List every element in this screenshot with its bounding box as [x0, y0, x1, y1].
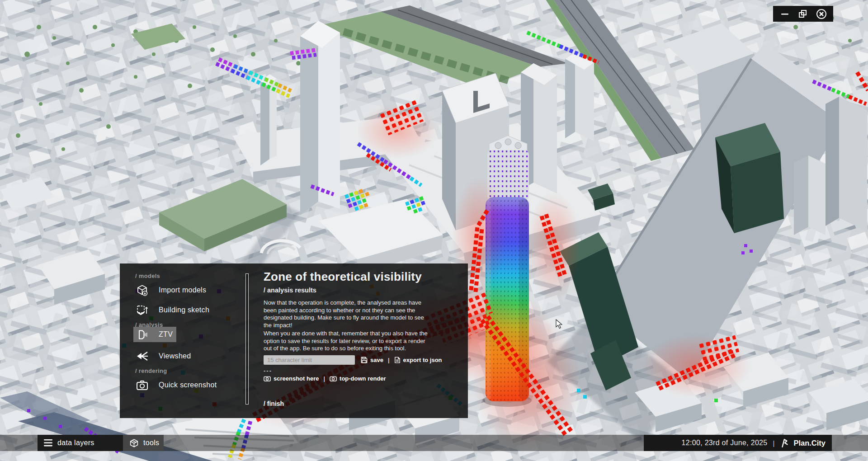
save-icon: [361, 357, 368, 363]
menu-item-building-sketch[interactable]: Building sketch: [135, 302, 209, 318]
separator: |: [773, 439, 774, 447]
menu-item-label: ZTV: [159, 330, 173, 339]
window-controls: [773, 6, 833, 22]
brand: Plan.City: [780, 438, 826, 448]
menu-item-quick-screenshot[interactable]: Quick screenshot: [135, 377, 217, 393]
viewshed-icon: [135, 350, 149, 362]
menu-item-label: Building sketch: [159, 306, 209, 314]
camera-icon: [264, 376, 271, 381]
camera-icon: [330, 376, 337, 381]
save-label: save: [370, 357, 383, 363]
menu-item-label: Quick screenshot: [159, 381, 217, 389]
analysis-description-1: Now that the operation is complete, the …: [264, 299, 455, 329]
screenshot-here-label: screenshot here: [274, 375, 319, 382]
camera-icon: [135, 380, 149, 390]
cube-icon: [129, 438, 139, 448]
plancity-logo-icon: [780, 438, 790, 448]
close-button[interactable]: [815, 8, 828, 20]
data-layers-button[interactable]: data layers: [38, 435, 123, 451]
ztv-icon: [135, 329, 149, 341]
top-down-render-label: top-down render: [340, 375, 386, 382]
export-json-button[interactable]: export to json: [394, 357, 442, 363]
separator: |: [323, 375, 325, 382]
data-layers-label: data layers: [57, 439, 94, 447]
menu-item-label: Viewshed: [159, 352, 191, 360]
building-sketch-icon: [135, 304, 149, 316]
menu-item-label: Import models: [159, 286, 206, 294]
analysis-description-2: When you are done with that, remember th…: [264, 330, 455, 353]
menu-item-import-models[interactable]: Import models: [135, 282, 206, 298]
menu-item-viewshed[interactable]: Viewshed: [135, 348, 191, 364]
menu-icon: [44, 439, 53, 447]
menu-item-ztv[interactable]: ZTV: [133, 327, 176, 342]
save-name-input[interactable]: [264, 355, 355, 365]
tools-button[interactable]: tools: [123, 435, 164, 451]
close-icon: [816, 9, 827, 19]
resize-handle: ---: [264, 367, 272, 374]
datetime-label: 12:00, 23rd of June, 2025: [682, 439, 768, 447]
separator: |: [388, 357, 390, 363]
restore-window-icon: [798, 9, 807, 19]
minimize-icon: [781, 10, 789, 18]
top-down-render-button[interactable]: top-down render: [330, 375, 386, 382]
page-title: Zone of theoretical visibility: [264, 270, 422, 284]
save-button[interactable]: save: [361, 357, 383, 363]
import-models-icon: [135, 284, 149, 296]
page-subtitle: / analysis results: [264, 287, 316, 294]
ztv-tool-panel: / models Import models Building sketch /…: [120, 263, 468, 418]
finish-button[interactable]: / finish: [264, 400, 284, 407]
restore-window-button[interactable]: [796, 8, 810, 20]
brand-label: Plan.City: [793, 439, 826, 447]
section-label-models: / models: [135, 273, 160, 279]
export-json-label: export to json: [403, 357, 442, 363]
export-json-icon: [394, 357, 401, 363]
minimize-button[interactable]: [778, 8, 792, 20]
status-bar: 12:00, 23rd of June, 2025 | Plan.City: [644, 435, 832, 451]
section-label-rendering: / rendering: [135, 367, 167, 374]
screenshot-here-button[interactable]: screenshot here: [264, 375, 319, 382]
tools-label: tools: [143, 439, 159, 447]
panel-divider: [245, 273, 249, 405]
